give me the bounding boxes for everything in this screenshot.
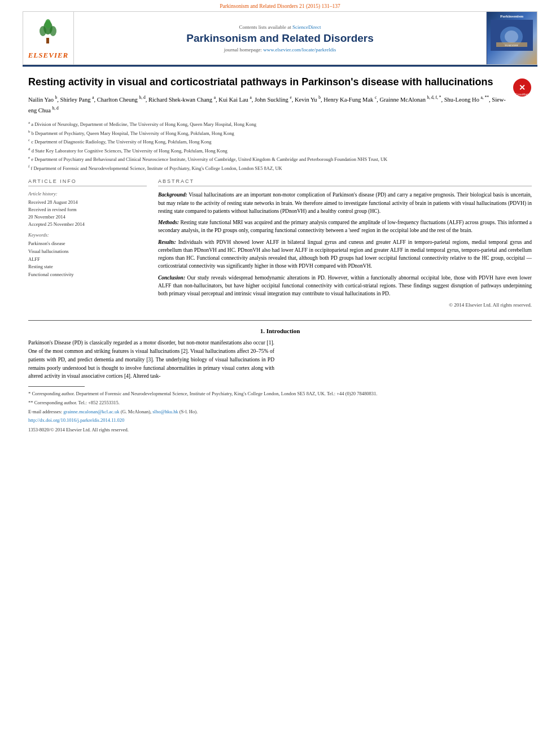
elsevier-tree-icon xyxy=(33,16,64,49)
intro-section-heading: 1. Introduction xyxy=(28,327,532,334)
abstract-methods: Methods: Resting state functional MRI wa… xyxy=(158,219,532,235)
contents-available-line: Contents lists available at ScienceDirec… xyxy=(239,24,321,30)
elsevier-wordmark: ELSEVIER xyxy=(28,51,69,60)
journal-title: Parkinsonism and Related Disorders xyxy=(186,32,374,45)
background-text: Visual hallucinations are an important n… xyxy=(158,192,532,214)
journal-cover-image: Parkinsonism ELSEVIER xyxy=(486,12,537,64)
background-label: Background: xyxy=(158,192,187,198)
received-date: Received 28 August 2014 xyxy=(28,199,147,206)
email-1-link[interactable]: grainne.mcalonan@kcl.ac.uk xyxy=(63,409,119,414)
keyword-5: Functional connectivity xyxy=(28,271,147,279)
section-divider xyxy=(28,320,532,321)
crossmark-area: ✕ CrossMark xyxy=(513,78,532,98)
copyright-line: © 2014 Elsevier Ltd. All rights reserved… xyxy=(158,302,532,308)
cover-journal-name: Parkinsonism xyxy=(500,14,523,19)
authors-list: Nailin Yao b, Shirley Pang a, Charlton C… xyxy=(28,94,532,115)
svg-text:ELSEVIER: ELSEVIER xyxy=(505,44,518,47)
affiliations-list: a a Division of Neurology, Department of… xyxy=(28,120,532,172)
article-history-label: Article history: xyxy=(28,191,147,196)
footnotes-area: * Corresponding author. Department of Fo… xyxy=(0,386,560,434)
doi-link[interactable]: http://dx.doi.org/10.1016/j.parkreldis.2… xyxy=(28,417,124,423)
intro-paragraph-1: Parkinson's Disease (PD) is classically … xyxy=(28,339,274,381)
results-label: Results: xyxy=(158,239,176,245)
intro-col-1: Parkinson's Disease (PD) is classically … xyxy=(28,339,274,381)
introduction-section: 1. Introduction Parkinson's Disease (PD)… xyxy=(0,327,560,386)
intro-two-col: Parkinson's Disease (PD) is classically … xyxy=(28,339,532,381)
methods-text: Resting state functional MRI was acquire… xyxy=(158,220,532,233)
keyword-1: Parkinson's disease xyxy=(28,240,147,248)
journal-reference: Parkinsonism and Related Disorders 21 (2… xyxy=(0,0,560,11)
abstract-conclusion: Conclusion: Our study reveals widespread… xyxy=(158,274,532,298)
article-info-heading: ARTICLE INFO xyxy=(28,178,147,186)
footnote-emails: E-mail addresses: grainne.mcalonan@kcl.a… xyxy=(28,408,532,416)
journal-header-center: Contents lists available at ScienceDirec… xyxy=(74,12,486,64)
affil-c: c c Department of Diagnostic Radiology, … xyxy=(28,137,532,146)
accepted-date: Accepted 25 November 2014 xyxy=(28,221,147,228)
article-title: Resting activity in visual and corticost… xyxy=(28,76,532,89)
article-info-abstract-cols: ARTICLE INFO Article history: Received 2… xyxy=(28,178,532,308)
cover-thumbnail: Parkinsonism ELSEVIER xyxy=(487,12,537,64)
keyword-2: Visual hallucinations xyxy=(28,248,147,256)
affil-e: e e Department of Psychiatry and Behavio… xyxy=(28,155,532,163)
page: Parkinsonism and Related Disorders 21 (2… xyxy=(0,0,560,434)
footnote-2: ** Corresponding author. Tel.: +852 2255… xyxy=(28,399,532,407)
doi-link-line: http://dx.doi.org/10.1016/j.parkreldis.2… xyxy=(28,417,532,424)
intro-col-2 xyxy=(286,339,532,381)
received-revised-date: 20 November 2014 xyxy=(28,213,147,221)
abstract-background: Background: Visual hallucinations are an… xyxy=(158,191,532,215)
article-content: ✕ CrossMark Resting activity in visual a… xyxy=(0,67,560,313)
abstract-results: Results: Individuals with PDVH showed lo… xyxy=(158,238,532,270)
svg-point-2 xyxy=(50,26,56,36)
footnote-divider xyxy=(28,386,85,387)
email-1-name: (G. McAlonan), xyxy=(121,409,152,414)
crossmark-icon: ✕ CrossMark xyxy=(513,78,532,97)
affil-b: b b Department of Psychiatry, Queen Mary… xyxy=(28,129,532,137)
journal-header-box: ELSEVIER Contents lists available at Sci… xyxy=(23,11,537,65)
sciencedirect-link[interactable]: ScienceDirect xyxy=(292,24,321,30)
svg-rect-3 xyxy=(46,38,49,43)
elsevier-logo-area: ELSEVIER xyxy=(23,12,74,64)
journal-ref-text: Parkinsonism and Related Disorders 21 (2… xyxy=(220,3,340,9)
received-revised-label: Received in revised form xyxy=(28,206,147,213)
article-info-col: ARTICLE INFO Article history: Received 2… xyxy=(28,178,147,308)
keywords-label: Keywords: xyxy=(28,232,147,238)
email-label: E-mail addresses: xyxy=(28,409,62,414)
svg-text:✕: ✕ xyxy=(519,83,526,92)
methods-label: Methods: xyxy=(158,220,179,225)
keyword-4: Resting state xyxy=(28,263,147,271)
results-text: Individuals with PDVH showed lower ALFF … xyxy=(158,239,532,269)
email-2-link[interactable]: slho@hku.hk xyxy=(152,409,178,414)
journal-homepage-line: journal homepage: www.elsevier.com/locat… xyxy=(224,47,336,53)
svg-point-4 xyxy=(45,19,51,28)
journal-homepage-link[interactable]: www.elsevier.com/locate/parkreldis xyxy=(263,47,336,53)
abstract-col: ABSTRACT Background: Visual hallucinatio… xyxy=(158,178,532,308)
svg-point-7 xyxy=(505,30,518,43)
conclusion-label: Conclusion: xyxy=(158,275,185,281)
abstract-heading: ABSTRACT xyxy=(158,178,532,186)
affil-d: d d State Key Laboratory for Cognitive S… xyxy=(28,146,532,155)
svg-point-1 xyxy=(40,26,46,36)
keyword-3: ALFF xyxy=(28,256,147,264)
affil-f: f f Department of Forensic and Neurodeve… xyxy=(28,164,532,172)
svg-text:CrossMark: CrossMark xyxy=(515,93,530,96)
footnote-1: * Corresponding author. Department of Fo… xyxy=(28,390,532,397)
issn-line: 1353-8020/© 2014 Elsevier Ltd. All right… xyxy=(28,426,532,434)
conclusion-text: Our study reveals widespread hemodynamic… xyxy=(158,275,532,297)
email-2-name: (S-l. Ho). xyxy=(180,409,198,414)
article-title-area: ✕ CrossMark Resting activity in visual a… xyxy=(28,76,532,89)
affil-a: a a Division of Neurology, Department of… xyxy=(28,120,532,128)
